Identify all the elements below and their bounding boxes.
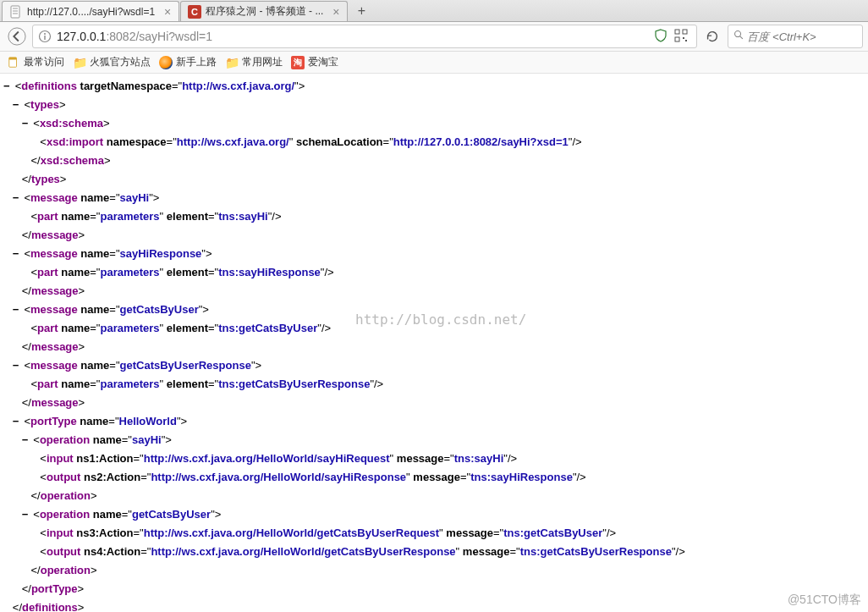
xml-attr-val: tns:sayHiResponse bbox=[470, 471, 573, 483]
collapse-toggle[interactable]: − bbox=[13, 412, 21, 431]
tab-strip: http://127.0..../sayHi?wsdl=1 × C 程序猿之洞 … bbox=[0, 0, 868, 22]
xml-attr: name bbox=[61, 210, 90, 223]
xml-attr-val: tns:sayHi bbox=[218, 210, 268, 223]
tab-1-label: http://127.0..../sayHi?wsdl=1 bbox=[27, 6, 155, 18]
collapse-toggle[interactable]: − bbox=[13, 189, 21, 207]
bookmark-label: 最常访问 bbox=[24, 55, 64, 69]
site-info-icon[interactable] bbox=[38, 30, 52, 43]
xml-tag: operation bbox=[40, 433, 90, 446]
url-path: :8082/sayHi?wsdl=1 bbox=[106, 30, 212, 43]
xml-tag: xsd:schema bbox=[41, 154, 104, 167]
xml-attr: element bbox=[167, 322, 208, 334]
xml-tag: message bbox=[30, 359, 78, 372]
svg-rect-0 bbox=[11, 6, 19, 18]
collapse-toggle[interactable]: − bbox=[13, 300, 21, 319]
xml-attr: targetNamespace bbox=[80, 80, 172, 92]
xml-attr-val: sayHi bbox=[120, 191, 150, 204]
xml-attr: namespace bbox=[107, 135, 167, 148]
tab-1[interactable]: http://127.0..../sayHi?wsdl=1 × bbox=[2, 1, 179, 21]
xml-tag: definitions bbox=[22, 601, 78, 612]
collapse-toggle[interactable]: − bbox=[22, 505, 30, 524]
search-box[interactable] bbox=[728, 25, 863, 48]
xml-attr-val: parameters bbox=[100, 266, 159, 278]
xml-attr: element bbox=[167, 378, 208, 390]
xml-attr-val: tns:sayHi bbox=[454, 452, 504, 465]
xml-attr-val: tns:sayHiResponse bbox=[218, 266, 321, 278]
tab-2[interactable]: C 程序猿之洞 - 博客频道 - ... × bbox=[180, 1, 348, 21]
xml-attr-val: parameters bbox=[100, 210, 159, 223]
xml-attr-val: getCatsByUser bbox=[132, 508, 211, 521]
xml-tag: types bbox=[31, 173, 60, 185]
collapse-toggle[interactable]: − bbox=[22, 114, 30, 133]
xml-attr: message bbox=[397, 452, 444, 465]
xml-attr-val: parameters bbox=[100, 322, 159, 334]
xml-attr-val: sayHiResponse bbox=[120, 247, 202, 260]
xml-attr-val: parameters bbox=[100, 378, 159, 390]
xml-tag: operation bbox=[41, 489, 91, 502]
bookmarks-bar: 最常访问 📁 火狐官方站点 新手上路 📁 常用网址 淘 爱淘宝 bbox=[0, 52, 868, 74]
collapse-toggle[interactable]: − bbox=[13, 356, 21, 375]
new-tab-button[interactable]: + bbox=[352, 3, 371, 19]
xml-tag: message bbox=[31, 340, 79, 353]
xml-attr: message bbox=[463, 545, 510, 558]
collapse-toggle[interactable]: − bbox=[3, 77, 12, 96]
xml-tag: message bbox=[30, 247, 78, 260]
xml-attr-val: tns:getCatsByUser bbox=[218, 322, 317, 334]
collapse-toggle[interactable]: − bbox=[13, 96, 21, 114]
bookmark-most-visited[interactable]: 最常访问 bbox=[7, 55, 64, 69]
close-icon[interactable]: × bbox=[162, 5, 173, 19]
xml-tag: types bbox=[30, 98, 59, 111]
bookmark-getting-started[interactable]: 新手上路 bbox=[159, 55, 217, 69]
back-button[interactable] bbox=[5, 25, 29, 48]
xml-attr-val: http://ws.cxf.java.org/HelloWorld/sayHiR… bbox=[144, 452, 390, 465]
xml-tag: operation bbox=[41, 564, 91, 576]
xml-tag: output bbox=[47, 545, 80, 558]
xml-attr-val: tns:getCatsByUserResponse bbox=[520, 545, 672, 558]
search-icon bbox=[733, 30, 744, 42]
svg-point-13 bbox=[735, 31, 741, 37]
reload-button[interactable] bbox=[700, 25, 724, 48]
folder-icon: 📁 bbox=[225, 56, 239, 69]
page-icon bbox=[9, 5, 23, 19]
bookmark-common-sites[interactable]: 📁 常用网址 bbox=[225, 55, 283, 69]
bookmark-label: 火狐官方站点 bbox=[90, 55, 151, 69]
xml-attr: ns4:Action bbox=[84, 545, 140, 558]
xml-attr: name bbox=[80, 415, 108, 427]
close-icon[interactable]: × bbox=[330, 5, 342, 19]
collapse-toggle[interactable]: − bbox=[22, 431, 30, 449]
bookmark-aitaobao[interactable]: 淘 爱淘宝 bbox=[291, 55, 338, 69]
xml-attr-val: sayHi bbox=[132, 433, 162, 446]
svg-rect-10 bbox=[675, 37, 679, 41]
xml-tag: part bbox=[37, 210, 58, 223]
url-host: 127.0.0.1 bbox=[57, 30, 106, 43]
xml-attr-val: HelloWorld bbox=[119, 415, 177, 427]
bookmark-label: 爱淘宝 bbox=[308, 55, 338, 69]
svg-rect-12 bbox=[685, 40, 687, 41]
xml-tag: operation bbox=[40, 508, 90, 521]
xml-tag: portType bbox=[30, 415, 77, 427]
xml-viewer: http://blog.csdn.net/ @51CTO博客 − <defini… bbox=[0, 74, 868, 612]
xml-attr: message bbox=[413, 471, 460, 483]
address-bar[interactable]: 127.0.0.1:8082/sayHi?wsdl=1 bbox=[32, 25, 697, 48]
xml-tag: portType bbox=[31, 582, 78, 595]
xml-tag: definitions bbox=[21, 80, 77, 92]
xml-tag: part bbox=[37, 378, 58, 390]
bookmark-label: 新手上路 bbox=[176, 55, 217, 69]
xml-attr: name bbox=[80, 359, 109, 372]
xml-attr: ns1:Action bbox=[76, 452, 133, 465]
nav-toolbar: 127.0.0.1:8082/sayHi?wsdl=1 bbox=[0, 22, 868, 52]
shield-icon[interactable] bbox=[654, 29, 667, 45]
csdn-icon: C bbox=[188, 5, 201, 19]
xml-tag: xsd:import bbox=[47, 135, 103, 148]
xml-attr-val: http://ws.cxf.java.org/ bbox=[182, 80, 294, 92]
search-input[interactable] bbox=[747, 30, 857, 43]
xml-attr-val: tns:getCatsByUser bbox=[503, 527, 602, 539]
qr-icon[interactable] bbox=[674, 29, 688, 45]
bookmark-firefox-sites[interactable]: 📁 火狐官方站点 bbox=[73, 55, 151, 69]
svg-rect-7 bbox=[44, 36, 45, 40]
xml-attr-val: tns:getCatsByUserResponse bbox=[218, 378, 370, 390]
collapse-toggle[interactable]: − bbox=[13, 245, 21, 263]
svg-point-4 bbox=[8, 28, 25, 45]
xml-attr-val: getCatsByUserResponse bbox=[120, 359, 251, 372]
svg-rect-9 bbox=[683, 30, 687, 34]
